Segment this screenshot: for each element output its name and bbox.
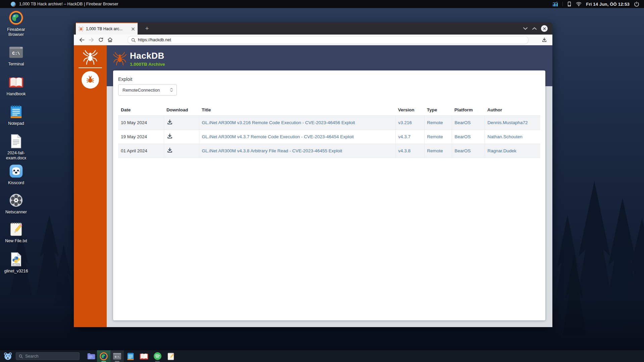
chevron-up-icon[interactable] [532, 27, 537, 30]
site-tagline: 1.000TB Archive [130, 62, 165, 67]
desktop-icon-handbook[interactable]: Handbook [0, 74, 32, 97]
taskbar-app-notepad[interactable] [124, 350, 137, 362]
new-tab-button[interactable]: + [142, 22, 152, 35]
taskbar-app-spotify[interactable] [151, 350, 164, 362]
exploit-type-select[interactable]: RemoteConnection [118, 84, 177, 96]
tab-hackdb[interactable]: 1,000 TB Hack arc... [76, 22, 138, 35]
cell-version: v3.216 [395, 116, 424, 130]
wifi-icon [576, 2, 582, 6]
phone-icon [567, 1, 572, 7]
download-icon [542, 37, 547, 43]
window-controls[interactable] [523, 22, 548, 35]
running-indicator [101, 361, 106, 362]
url-bar[interactable]: https://hackdb.net [128, 36, 529, 44]
col-header-title: Title [199, 105, 395, 116]
reload-button[interactable] [96, 36, 105, 44]
chevron-down-icon[interactable] [523, 27, 528, 30]
desktop-icon-terminal[interactable]: C:\ Terminal [0, 45, 32, 67]
taskbar-app-handbook[interactable] [137, 350, 151, 362]
search-icon [131, 38, 136, 42]
desktop-icon-fireabear-browser[interactable]: Fireabear Browser [0, 10, 32, 37]
cell-author: Nathan.Schouten [485, 130, 540, 144]
cell-platform: BearOS [452, 130, 485, 144]
taskbar: C:\ [0, 350, 644, 362]
exploit-title-link[interactable]: GL.iNet AR300M v4.3.7 Remote Code Execut… [202, 134, 354, 139]
home-button[interactable] [105, 36, 115, 44]
download-icon[interactable] [167, 147, 173, 153]
tab-close-icon[interactable] [131, 27, 135, 31]
cell-type: Remote [424, 116, 452, 130]
download-icon[interactable] [167, 133, 173, 139]
taskbar-search[interactable] [16, 352, 80, 360]
site-sidebar [74, 45, 107, 327]
taskbar-app-fireabear-browser[interactable] [97, 350, 110, 362]
cell-download[interactable] [164, 144, 199, 158]
exploit-title-link[interactable]: GL.iNet AR300M v4.3.8 Arbitrary File Rea… [202, 148, 342, 153]
active-window-title: 1,000 TB Hack archive! – HackDB | Firebe… [19, 2, 118, 6]
desktop-icon-label: glinet_v3216 [4, 269, 28, 274]
download-icon[interactable] [167, 119, 173, 125]
desktop-icon-new-file[interactable]: New File.txt [0, 221, 32, 244]
cell-platform: BearOS [452, 144, 485, 158]
exploit-title-link[interactable]: GL.iNet AR300M v3.216 Remote Code Execut… [202, 120, 355, 125]
cell-author: Dennis.Mustapha72 [485, 116, 540, 130]
browser-window: 1,000 TB Hack arc... + https [74, 22, 552, 327]
forward-button[interactable] [87, 36, 96, 44]
desktop-icon-exam-docx[interactable]: 2024-fall-exam.docx [0, 134, 32, 161]
site-brand: HackDB 1.000TB Archive [113, 51, 165, 67]
col-header-date: Date [118, 105, 164, 116]
desktop-icon-kisscord[interactable]: Kisscord [0, 163, 32, 186]
spider-logo-white [83, 50, 98, 65]
url-input[interactable]: https://hackdb.net [138, 38, 171, 42]
table-row: 10 May 2024 GL.iNet AR300M v3.216 Remote… [118, 116, 540, 130]
taskbar-app-new-file[interactable] [164, 350, 178, 362]
taskbar-file-manager[interactable] [86, 350, 97, 362]
desktop-icon-glinet-python-file[interactable]: PYTHON glinet_v3216 [0, 252, 32, 274]
network-activity-chart-icon [552, 2, 558, 7]
cell-version: v4.3.8 [395, 144, 424, 158]
exploit-filter-label: Exploit [118, 76, 540, 82]
search-input[interactable] [25, 354, 72, 359]
downloads-button[interactable] [540, 36, 549, 44]
docx-file-icon [10, 134, 22, 149]
desktop-icon-netscanner[interactable]: Netscanner [0, 193, 32, 215]
search-icon [19, 354, 23, 358]
desktop-icon-notepad[interactable]: Notepad [0, 104, 32, 126]
kisscord-icon [9, 164, 23, 178]
window-close-button[interactable] [541, 25, 548, 32]
tray-divider [562, 2, 563, 6]
sidebar-divider [79, 67, 102, 68]
cell-title: GL.iNet AR300M v4.3.8 Arbitrary File Rea… [199, 144, 395, 158]
sidebar-nav-exploits[interactable] [82, 71, 99, 89]
table-row: 19 May 2024 GL.iNet AR300M v4.3.7 Remote… [118, 130, 540, 144]
spotify-icon [153, 352, 162, 360]
desktop-icon-label: Handbook [7, 92, 26, 97]
col-header-platform: Platform [452, 105, 485, 116]
back-button[interactable] [77, 36, 87, 44]
system-tray[interactable]: Fri 14 Jun, ÖÖ 12:53 [552, 1, 639, 7]
site-title: HackDB [130, 51, 165, 61]
svg-text:PYTHON: PYTHON [13, 264, 20, 265]
taskbar-app-terminal[interactable]: C:\ [110, 350, 124, 362]
handbook-icon [140, 352, 148, 360]
desktop-icon-label: Notepad [8, 121, 24, 126]
col-header-version: Version [395, 105, 424, 116]
cell-title: GL.iNet AR300M v3.216 Remote Code Execut… [199, 116, 395, 130]
close-icon [543, 27, 546, 30]
folder-icon [87, 353, 96, 360]
start-menu-button[interactable] [3, 351, 13, 361]
desktop-icon-label: Terminal [8, 62, 24, 67]
cell-type: Remote [424, 130, 452, 144]
power-icon[interactable] [634, 1, 639, 7]
select-chevrons-icon [170, 88, 173, 92]
table-header-row: Date Download Title Version Type Platfor… [118, 105, 540, 116]
navigation-toolbar: https://hackdb.net [74, 35, 552, 45]
cell-download[interactable] [164, 130, 199, 144]
spider-logo-orange [113, 51, 127, 66]
cell-download[interactable] [164, 116, 199, 130]
cell-type: Remote [424, 144, 452, 158]
clock[interactable]: Fri 14 Jun, ÖÖ 12:53 [586, 2, 630, 7]
tab-bar[interactable]: 1,000 TB Hack arc... + [74, 22, 552, 35]
notepad-icon [10, 105, 22, 119]
select-value: RemoteConnection [122, 88, 170, 93]
